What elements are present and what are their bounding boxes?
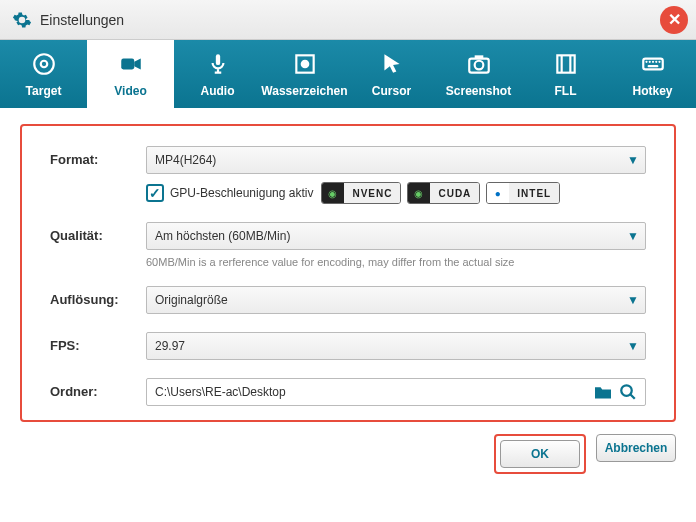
- svg-line-20: [630, 394, 635, 399]
- svg-rect-2: [121, 59, 134, 70]
- quality-hint: 60MB/Min is a rerference value for encod…: [146, 256, 646, 268]
- titlebar: Einstellungen ✕: [0, 0, 696, 40]
- format-select[interactable]: MP4(H264) ▼: [146, 146, 646, 174]
- folder-open-icon[interactable]: [593, 384, 613, 400]
- cancel-button[interactable]: Abbrechen: [596, 434, 676, 462]
- row-quality: Qualität: Am höchsten (60MB/Min) ▼ 60MB/…: [50, 222, 646, 268]
- nvidia-icon: ◉: [322, 183, 344, 203]
- settings-panel: Format: MP4(H264) ▼ ✓ GPU-Beschleunigung…: [20, 124, 676, 422]
- folder-input[interactable]: C:\Users\RE-ac\Desktop: [146, 378, 646, 406]
- close-button[interactable]: ✕: [660, 6, 688, 34]
- format-label: Format:: [50, 146, 146, 167]
- badge-cuda: ◉CUDA: [407, 182, 480, 204]
- tab-cursor[interactable]: Cursor: [348, 40, 435, 108]
- tab-audio[interactable]: Audio: [174, 40, 261, 108]
- svg-point-5: [300, 60, 309, 69]
- footer: OK Abbrechen: [20, 422, 676, 474]
- watermark-icon: [291, 50, 319, 78]
- svg-point-19: [621, 385, 632, 396]
- ok-highlight: OK: [494, 434, 586, 474]
- film-icon: [552, 50, 580, 78]
- quality-select[interactable]: Am höchsten (60MB/Min) ▼: [146, 222, 646, 250]
- gpu-row: ✓ GPU-Beschleunigung aktiv ◉NVENC ◉CUDA …: [146, 182, 646, 204]
- svg-rect-3: [215, 54, 219, 65]
- svg-rect-9: [557, 55, 574, 72]
- video-icon: [117, 50, 145, 78]
- keyboard-icon: [639, 50, 667, 78]
- row-fps: FPS: 29.97 ▼: [50, 332, 646, 360]
- cursor-icon: [378, 50, 406, 78]
- chevron-down-icon: ▼: [627, 339, 639, 353]
- gear-icon: [12, 10, 32, 30]
- fps-select[interactable]: 29.97 ▼: [146, 332, 646, 360]
- tab-target[interactable]: Target: [0, 40, 87, 108]
- close-icon: ✕: [668, 12, 681, 28]
- badge-intel: ●INTEL: [486, 182, 560, 204]
- quality-label: Qualität:: [50, 222, 146, 243]
- tab-screenshot[interactable]: Screenshot: [435, 40, 522, 108]
- audio-icon: [204, 50, 232, 78]
- check-icon: ✓: [149, 185, 161, 201]
- svg-rect-8: [474, 55, 483, 58]
- nvidia-icon: ◉: [408, 183, 430, 203]
- camera-icon: [465, 50, 493, 78]
- svg-rect-12: [643, 59, 663, 70]
- row-resolution: Auflösung: Originalgröße ▼: [50, 286, 646, 314]
- resolution-select[interactable]: Originalgröße ▼: [146, 286, 646, 314]
- target-icon: [30, 50, 58, 78]
- fps-label: FPS:: [50, 332, 146, 353]
- intel-icon: ●: [487, 183, 509, 203]
- content: Format: MP4(H264) ▼ ✓ GPU-Beschleunigung…: [0, 108, 696, 522]
- svg-point-1: [40, 61, 47, 68]
- tab-watermark[interactable]: Wasserzeichen: [261, 40, 348, 108]
- tabs: Target Video Audio Wasserzeichen Cursor …: [0, 40, 696, 108]
- tab-video[interactable]: Video: [87, 40, 174, 108]
- gpu-checkbox[interactable]: ✓: [146, 184, 164, 202]
- svg-point-7: [474, 61, 483, 70]
- svg-point-0: [34, 54, 54, 74]
- resolution-label: Auflösung:: [50, 286, 146, 307]
- chevron-down-icon: ▼: [627, 229, 639, 243]
- gpu-label: GPU-Beschleunigung aktiv: [170, 186, 313, 200]
- folder-label: Ordner:: [50, 378, 146, 399]
- row-format: Format: MP4(H264) ▼ ✓ GPU-Beschleunigung…: [50, 146, 646, 204]
- row-folder: Ordner: C:\Users\RE-ac\Desktop: [50, 378, 646, 406]
- chevron-down-icon: ▼: [627, 293, 639, 307]
- window-title: Einstellungen: [40, 12, 124, 28]
- tab-fll[interactable]: FLL: [522, 40, 609, 108]
- tab-hotkey[interactable]: Hotkey: [609, 40, 696, 108]
- ok-button[interactable]: OK: [500, 440, 580, 468]
- badge-nvenc: ◉NVENC: [321, 182, 401, 204]
- chevron-down-icon: ▼: [627, 153, 639, 167]
- search-icon[interactable]: [619, 383, 637, 401]
